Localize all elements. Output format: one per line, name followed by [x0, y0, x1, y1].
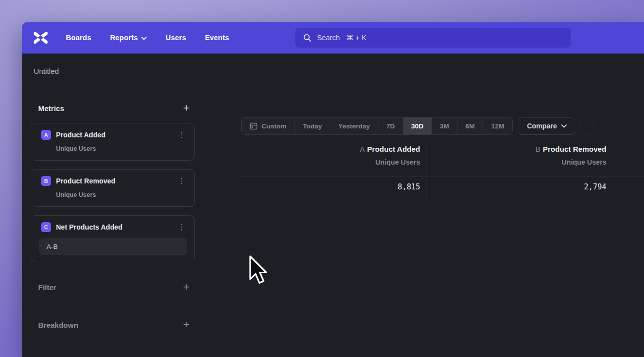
metric-card-c[interactable]: C Net Products Added ⋮ A-B: [31, 215, 195, 262]
table-value-b: 2,794: [433, 182, 606, 191]
metric-card-a[interactable]: A Product Added ⋮ Unique Users: [31, 123, 195, 161]
chevron-down-icon: [561, 124, 567, 128]
table-header-b: BProduct Removed Unique Users: [433, 145, 606, 166]
metric-measure[interactable]: Unique Users: [56, 191, 187, 198]
date-range-3m[interactable]: 3M: [432, 118, 458, 134]
metric-name: Net Products Added: [56, 223, 176, 231]
nav-users[interactable]: Users: [165, 34, 186, 42]
calendar-icon: [250, 122, 258, 130]
nav-events[interactable]: Events: [205, 34, 229, 42]
metric-badge-a: A: [41, 130, 51, 140]
filter-label: Filter: [38, 283, 56, 292]
top-navbar: Boards Reports Users Events Search: [22, 22, 644, 54]
formula-input[interactable]: A-B: [39, 238, 187, 255]
metric-card-b[interactable]: B Product Removed ⋮ Unique Users: [31, 169, 195, 207]
add-filter-button[interactable]: +: [181, 282, 192, 292]
table-header-a: AProduct Added Unique Users: [241, 145, 420, 166]
add-metric-button[interactable]: +: [181, 103, 192, 113]
query-sidebar: Metrics + A Product Added ⋮ Unique Users…: [22, 89, 206, 357]
add-breakdown-button[interactable]: +: [181, 320, 192, 330]
desktop-background: Boards Reports Users Events Search: [0, 0, 644, 357]
metric-name: Product Removed: [56, 177, 176, 185]
mixpanel-logo-icon[interactable]: [34, 32, 48, 44]
table-value-a: 8,815: [241, 182, 420, 191]
metric-menu-icon[interactable]: ⋮: [176, 131, 187, 138]
main-nav: Boards Reports Users Events: [66, 34, 229, 42]
metrics-section-header: Metrics +: [31, 103, 195, 113]
date-range-30d[interactable]: 30D: [403, 118, 432, 134]
report-canvas: Custom Today Yesterday 7D 30D 3M 6M 12M …: [206, 89, 644, 357]
metric-badge-b: B: [41, 176, 51, 186]
date-range-yesterday[interactable]: Yesterday: [330, 118, 378, 134]
search-icon: [303, 34, 312, 42]
date-range-6m[interactable]: 6M: [458, 118, 483, 134]
report-titlebar: Untitled: [22, 54, 644, 89]
chevron-down-icon: [141, 37, 147, 40]
breakdown-section-header: Breakdown +: [31, 320, 195, 330]
metrics-label: Metrics: [38, 104, 64, 113]
mouse-cursor: [246, 254, 271, 288]
date-range-today[interactable]: Today: [295, 118, 330, 134]
date-range-custom[interactable]: Custom: [242, 118, 295, 134]
search-input[interactable]: Search ⌘ + K: [295, 28, 571, 48]
nav-boards[interactable]: Boards: [66, 34, 91, 42]
compare-button[interactable]: Compare: [519, 117, 576, 135]
breakdown-label: Breakdown: [38, 321, 78, 329]
metric-badge-c: C: [41, 222, 51, 232]
search-placeholder: Search: [317, 34, 340, 42]
filter-section-header: Filter +: [31, 282, 195, 292]
date-range-picker: Custom Today Yesterday 7D 30D 3M 6M 12M: [241, 117, 513, 135]
table-column-divider: [614, 144, 614, 199]
date-range-12m[interactable]: 12M: [483, 118, 512, 134]
page-title[interactable]: Untitled: [34, 67, 59, 75]
metric-name: Product Added: [56, 131, 176, 139]
metric-measure[interactable]: Unique Users: [56, 145, 187, 152]
date-range-7d[interactable]: 7D: [378, 118, 403, 134]
nav-reports[interactable]: Reports: [110, 34, 147, 42]
table-column-divider: [427, 144, 427, 199]
metric-menu-icon[interactable]: ⋮: [176, 178, 187, 184]
partial-button: [579, 117, 594, 135]
date-controls: Custom Today Yesterday 7D 30D 3M 6M 12M …: [241, 117, 594, 135]
metric-menu-icon[interactable]: ⋮: [176, 224, 187, 231]
search-shortcut: ⌘ + K: [346, 34, 367, 42]
app-window: Boards Reports Users Events Search: [22, 22, 644, 357]
table-row-rule: [241, 199, 644, 199]
table-header-rule: [241, 177, 644, 177]
